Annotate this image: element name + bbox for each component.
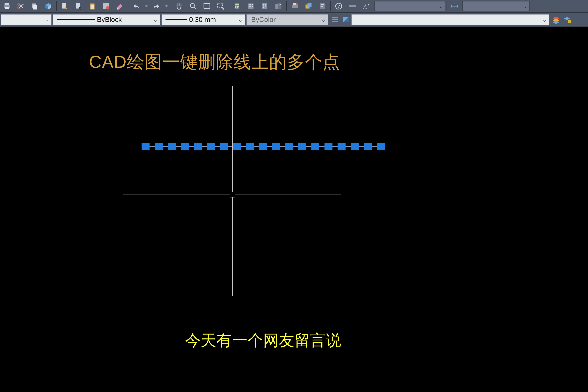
chevron-down-icon: ⌄	[236, 16, 245, 23]
layers-stack-icon[interactable]	[551, 14, 561, 25]
svg-text:?: ?	[338, 4, 340, 9]
grip-point[interactable]	[181, 143, 189, 150]
pan-icon[interactable]	[173, 1, 186, 12]
help-icon[interactable]: ?	[332, 1, 345, 12]
zoom-extents-icon[interactable]: +	[187, 1, 199, 12]
grip-point[interactable]	[272, 143, 280, 150]
svg-rect-33	[263, 4, 264, 5]
svg-rect-40	[279, 4, 280, 5]
grip-point[interactable]	[312, 143, 320, 150]
layer-dropdown[interactable]: ⌄	[351, 14, 549, 25]
edit-doc-icon[interactable]	[58, 1, 71, 12]
drawing-canvas[interactable]: CAD绘图一键删除线上的多个点 今天有一个网友留言说	[0, 27, 588, 392]
svg-rect-24	[237, 7, 238, 8]
calc-icon[interactable]	[231, 1, 243, 12]
clipboard-icon[interactable]	[86, 1, 98, 12]
svg-rect-34	[265, 4, 266, 5]
print2-icon[interactable]	[288, 1, 301, 12]
grip-point[interactable]	[220, 143, 228, 150]
building3-icon[interactable]	[272, 1, 284, 12]
svg-rect-0	[4, 3, 9, 5]
dim-style-dropdown[interactable]: ⌄	[462, 1, 530, 11]
zoom-select-icon[interactable]	[214, 1, 227, 12]
linetype-dropdown[interactable]: ByBlock ⌄	[53, 14, 160, 25]
grip-point[interactable]	[324, 143, 332, 150]
svg-rect-60	[568, 20, 571, 23]
grip-point[interactable]	[154, 143, 162, 150]
grip-point[interactable]	[350, 143, 358, 150]
main-toolbar: + ? A ⌄ ⌄	[0, 0, 588, 13]
grip-point[interactable]	[168, 143, 176, 150]
layer-state-icon[interactable]	[562, 14, 572, 25]
chevron-down-icon: ⌄	[540, 16, 549, 23]
text-style-icon[interactable]: A	[360, 1, 372, 12]
ruler-icon[interactable]	[346, 1, 358, 12]
grip-point[interactable]	[194, 143, 202, 150]
selected-polyline[interactable]	[142, 143, 385, 150]
svg-rect-29	[249, 6, 250, 7]
color-dropdown[interactable]: ⌄	[1, 14, 52, 25]
svg-rect-2	[5, 7, 9, 9]
svg-point-45	[296, 3, 298, 5]
svg-rect-41	[280, 4, 281, 5]
chevron-down-icon: ⌄	[523, 3, 528, 9]
overlay-icon[interactable]	[302, 1, 315, 12]
svg-rect-6	[33, 5, 37, 10]
doc-cursor-icon[interactable]	[72, 1, 84, 12]
svg-rect-20	[236, 6, 236, 7]
undo-dropdown-icon[interactable]	[144, 1, 149, 12]
toolbar-separator	[286, 1, 287, 11]
mark-box-icon[interactable]	[100, 1, 112, 12]
plotstyle-label: ByColor	[247, 16, 278, 24]
chevron-down-icon: ⌄	[42, 16, 51, 23]
calc2-icon[interactable]	[316, 1, 328, 12]
dimension-icon[interactable]	[448, 1, 460, 12]
chevron-down-icon: ⌄	[151, 16, 160, 23]
svg-rect-30	[250, 6, 251, 7]
scissors-icon[interactable]	[14, 1, 27, 12]
plotstyle-dropdown[interactable]: ByColor ⌄	[246, 14, 328, 25]
svg-rect-35	[263, 6, 264, 6]
grip-point[interactable]	[338, 143, 346, 150]
svg-rect-28	[252, 4, 253, 5]
gradient-panel-icon[interactable]	[341, 14, 350, 25]
linetype-label: ByBlock	[95, 16, 124, 24]
properties-toolbar: ⌄ ByBlock ⌄ 0.30 mm ⌄ ByColor ⌄ ⌄	[0, 13, 588, 27]
toolbar-separator	[446, 1, 446, 11]
crosshair-vertical	[232, 86, 233, 296]
eraser-icon[interactable]	[114, 1, 126, 12]
svg-text:+: +	[192, 4, 193, 7]
cursor-pickbox	[230, 192, 235, 198]
grip-point[interactable]	[298, 143, 306, 150]
redo-dropdown-icon[interactable]	[164, 1, 169, 12]
building2-icon[interactable]	[258, 1, 271, 12]
print-icon[interactable]	[1, 1, 13, 12]
annotation-style-dropdown[interactable]: ⌄	[374, 1, 445, 11]
chevron-down-icon: ⌄	[319, 16, 328, 23]
grip-point[interactable]	[233, 143, 241, 150]
toolbar-separator	[330, 1, 331, 11]
grip-point[interactable]	[364, 143, 372, 150]
grip-point[interactable]	[377, 143, 385, 150]
list-panel-icon[interactable]	[330, 14, 340, 25]
svg-rect-43	[292, 5, 298, 8]
zoom-window-icon[interactable]	[201, 1, 213, 12]
copy-icon[interactable]	[28, 1, 41, 12]
svg-text:A: A	[363, 3, 367, 10]
grip-point[interactable]	[246, 143, 254, 150]
svg-rect-21	[237, 6, 238, 7]
svg-rect-36	[265, 6, 266, 6]
grip-point[interactable]	[285, 143, 293, 150]
caption-text: 今天有一个网友留言说	[185, 330, 341, 351]
redo-icon[interactable]	[150, 1, 162, 12]
grip-point[interactable]	[142, 143, 150, 150]
building1-icon[interactable]	[245, 1, 257, 12]
grip-point[interactable]	[207, 143, 215, 150]
cube-icon[interactable]	[42, 1, 54, 12]
svg-rect-51	[322, 6, 323, 7]
svg-rect-23	[236, 7, 236, 8]
grip-point[interactable]	[259, 143, 267, 150]
undo-icon[interactable]	[130, 1, 142, 12]
svg-rect-56	[332, 17, 338, 18]
lineweight-dropdown[interactable]: 0.30 mm ⌄	[162, 14, 245, 25]
